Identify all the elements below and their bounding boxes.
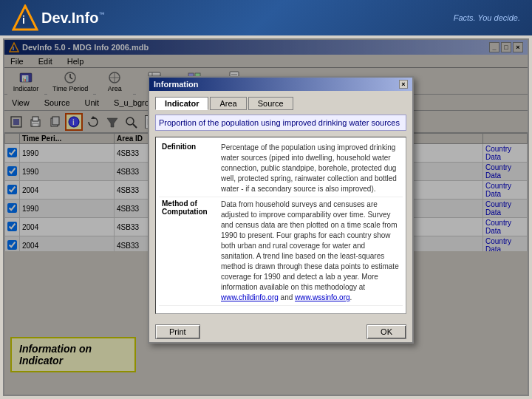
link-childinfo[interactable]: www.childinfo.org	[221, 293, 279, 301]
tab-indicator[interactable]: Indicator	[155, 97, 208, 110]
top-banner: i Dev.Info ™ Facts. You decide.	[0, 0, 532, 35]
dialog-buttons: Print OK	[149, 320, 412, 342]
app-window: i DevInfo 5.0 - MDG Info 2006.mdb _ □ × …	[3, 38, 529, 396]
definition-value: Percentage of the population using impro…	[218, 140, 403, 197]
tab-area[interactable]: Area	[210, 97, 246, 110]
dialog-tabs: Indicator Area Source	[155, 97, 406, 110]
tab-source[interactable]: Source	[248, 97, 293, 110]
modal-overlay: Information × Indicator Area Source Prop…	[4, 40, 528, 395]
info-dialog: Information × Indicator Area Source Prop…	[148, 76, 414, 344]
info-row-method: Method of Computation Data from househol…	[159, 197, 403, 306]
method-value: Data from household surveys and censuses…	[218, 197, 403, 306]
logo-text: Dev.Info	[41, 10, 98, 27]
print-button[interactable]: Print	[155, 324, 200, 339]
dialog-content: Indicator Area Source Proportion of the …	[149, 91, 412, 320]
method-label: Method of Computation	[159, 197, 218, 306]
svg-text:i: i	[22, 14, 25, 26]
dialog-header-text: Proportion of the population using impro…	[155, 115, 406, 131]
dialog-close-button[interactable]: ×	[399, 80, 408, 89]
logo-icon: i	[12, 4, 38, 31]
tagline: Facts. You decide.	[454, 13, 520, 22]
dialog-title-bar: Information ×	[149, 78, 412, 91]
ok-button[interactable]: OK	[366, 324, 406, 339]
link-wssinfo[interactable]: www.wssinfo.org	[295, 293, 349, 301]
logo: i Dev.Info ™	[12, 4, 104, 31]
definition-label: Definition	[159, 140, 218, 197]
dialog-body[interactable]: Definition Percentage of the population …	[155, 137, 406, 314]
info-table: Definition Percentage of the population …	[159, 140, 403, 306]
dialog-title: Information	[154, 80, 199, 89]
info-row-definition: Definition Percentage of the population …	[159, 140, 403, 197]
